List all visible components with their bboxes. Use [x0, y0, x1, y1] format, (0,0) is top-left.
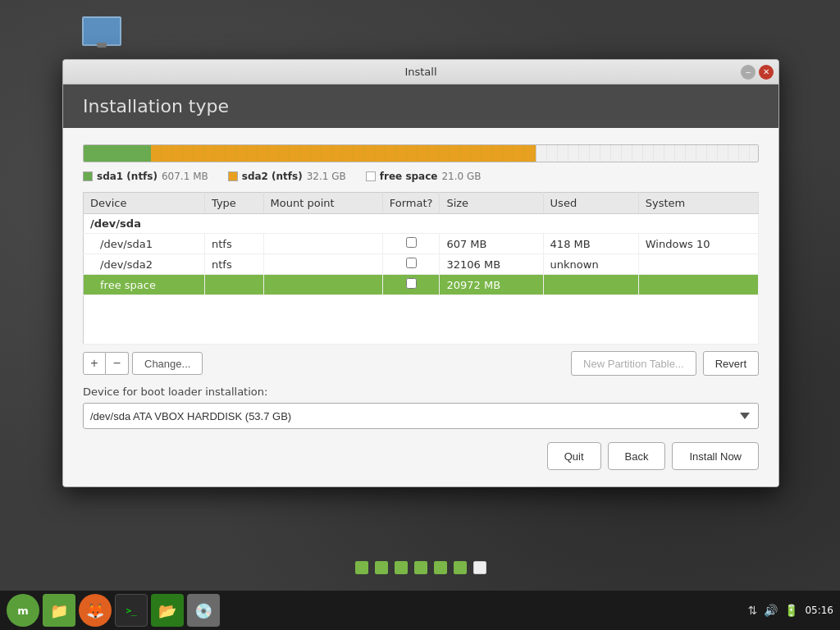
cell-size-sda2: 32106 MB	[440, 254, 543, 275]
desktop-monitor-icon	[82, 16, 121, 46]
battery-icon: 🔋	[784, 604, 798, 617]
cell-system-sda1: Windows 10	[638, 234, 758, 254]
progress-dot-7	[473, 561, 486, 574]
table-header-row: Device Type Mount point Format? Size Use…	[84, 193, 759, 214]
new-partition-table-button[interactable]: New Partition Table...	[571, 351, 696, 376]
back-button[interactable]: Back	[608, 442, 666, 470]
folder-icon: 📁	[50, 602, 68, 619]
firefox-icon: 🦊	[86, 602, 104, 619]
cell-mount-sda2	[263, 254, 382, 275]
cell-used-sda1: 418 MB	[543, 234, 638, 254]
col-device: Device	[84, 193, 205, 214]
legend-size-sda1: 607.1 MB	[162, 171, 208, 182]
cell-used-sda2: unknown	[543, 254, 638, 275]
table-row-empty	[84, 295, 759, 345]
taskbar-files2-button[interactable]: 📂	[151, 594, 184, 627]
table-row: /dev/sda	[84, 214, 759, 234]
bootloader-label: Device for boot loader installation:	[83, 386, 759, 398]
progress-dot-5	[434, 561, 447, 574]
cell-size-sda1: 607 MB	[440, 234, 543, 254]
taskbar-right: ⇅ 🔊 🔋 05:16	[748, 604, 833, 617]
col-type: Type	[204, 193, 263, 214]
page-title: Installation type	[83, 96, 759, 116]
format-checkbox-sda2[interactable]	[406, 258, 417, 268]
titlebar: Install – ✕	[63, 60, 778, 84]
format-checkbox-free[interactable]	[406, 278, 417, 289]
taskbar-mint-button[interactable]: m	[7, 594, 39, 627]
window-controls: – ✕	[741, 65, 774, 80]
bootloader-row: /dev/sda ATA VBOX HARDDISK (53.7 GB)	[83, 403, 759, 429]
disk-segment-sda1	[84, 145, 151, 162]
taskbar-dvd-button[interactable]: 💿	[187, 594, 220, 627]
install-now-button[interactable]: Install Now	[672, 442, 759, 470]
cell-mount-sda1	[263, 234, 382, 254]
cell-size-free: 20972 MB	[440, 275, 543, 295]
cell-used-free	[543, 275, 638, 295]
progress-dot-2	[375, 561, 388, 574]
col-format: Format?	[382, 193, 440, 214]
taskbar-firefox-button[interactable]: 🦊	[79, 594, 112, 627]
disk-segment-sda2	[151, 145, 536, 162]
legend-size-sda2: 32.1 GB	[307, 171, 346, 182]
table-row[interactable]: /dev/sda2 ntfs 32106 MB unknown	[84, 254, 759, 275]
taskbar-terminal-button[interactable]: >_	[115, 594, 148, 627]
taskbar-files-button[interactable]: 📁	[43, 594, 75, 627]
dvd-icon: 💿	[194, 602, 212, 619]
disk-bar-container	[83, 144, 759, 162]
format-checkbox-sda1[interactable]	[406, 237, 417, 248]
cell-type-sda2: ntfs	[204, 254, 263, 275]
col-system: System	[638, 193, 758, 214]
legend-swatch-sda2	[228, 171, 238, 181]
device-sda: /dev/sda	[84, 214, 759, 234]
cell-format-sda1[interactable]	[382, 234, 440, 254]
taskbar: m 📁 🦊 >_ 📂 💿 ⇅ 🔊 🔋 05:16	[0, 591, 840, 630]
table-row-selected[interactable]: free space 20972 MB	[84, 275, 759, 295]
progress-dot-1	[355, 561, 368, 574]
partition-table: Device Type Mount point Format? Size Use…	[83, 192, 759, 345]
legend-label-sda2: sda2 (ntfs)	[242, 171, 303, 182]
revert-button[interactable]: Revert	[703, 351, 759, 376]
cell-format-free[interactable]	[382, 275, 440, 295]
install-window: Install – ✕ Installation type	[62, 59, 779, 487]
legend-swatch-sda1	[83, 171, 93, 181]
col-size: Size	[440, 193, 543, 214]
progress-dot-3	[395, 561, 408, 574]
desktop: Install – ✕ Installation type	[0, 0, 840, 630]
disk-segment-free	[536, 145, 758, 162]
mint-logo: m	[17, 605, 29, 617]
cell-system-sda2	[638, 254, 758, 275]
disk-legend: sda1 (ntfs) 607.1 MB sda2 (ntfs) 32.1 GB…	[83, 171, 759, 182]
cell-mount-free	[263, 275, 382, 295]
toolbar-right: New Partition Table... Revert	[571, 351, 759, 376]
legend-label-free: free space	[380, 171, 438, 182]
network-icon: ⇅	[748, 604, 758, 617]
terminal-icon: >_	[126, 605, 136, 616]
window-title: Install	[404, 66, 436, 78]
cell-device-free: free space	[84, 275, 205, 295]
progress-dot-4	[414, 561, 427, 574]
cell-device-sda1: /dev/sda1	[84, 234, 205, 254]
volume-icon: 🔊	[764, 604, 778, 617]
cell-device-sda2: /dev/sda2	[84, 254, 205, 275]
quit-button[interactable]: Quit	[547, 442, 601, 470]
legend-label-sda1: sda1 (ntfs)	[97, 171, 158, 182]
cell-type-sda1: ntfs	[204, 234, 263, 254]
add-partition-button[interactable]: +	[83, 352, 106, 375]
close-button[interactable]: ✕	[759, 65, 774, 80]
table-row[interactable]: /dev/sda1 ntfs 607 MB 418 MB Windows 10	[84, 234, 759, 254]
legend-swatch-free	[366, 171, 376, 181]
bootloader-select[interactable]: /dev/sda ATA VBOX HARDDISK (53.7 GB)	[83, 403, 759, 429]
change-partition-button[interactable]: Change...	[132, 352, 203, 375]
partition-toolbar: + − Change... New Partition Table... Rev…	[83, 351, 759, 376]
legend-sda1: sda1 (ntfs) 607.1 MB	[83, 171, 208, 182]
legend-sda2: sda2 (ntfs) 32.1 GB	[228, 171, 346, 182]
progress-dot-6	[454, 561, 467, 574]
remove-partition-button[interactable]: −	[106, 352, 129, 375]
legend-free: free space 21.0 GB	[366, 171, 482, 182]
bottom-buttons: Quit Back Install Now	[83, 442, 759, 470]
progress-dots	[62, 561, 779, 574]
minimize-button[interactable]: –	[741, 65, 756, 80]
cell-system-free	[638, 275, 758, 295]
window-content: sda1 (ntfs) 607.1 MB sda2 (ntfs) 32.1 GB…	[63, 128, 778, 486]
cell-format-sda2[interactable]	[382, 254, 440, 275]
